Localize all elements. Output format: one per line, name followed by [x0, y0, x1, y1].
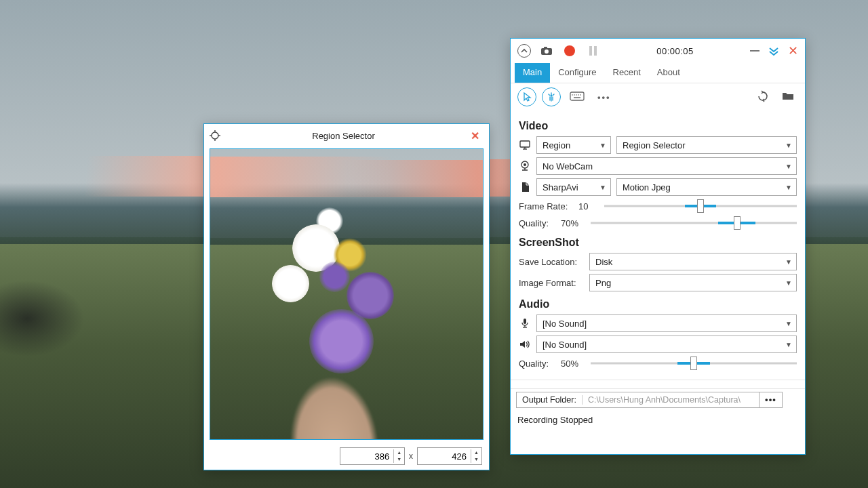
- capture-target-select[interactable]: Region Selector▼: [616, 136, 797, 154]
- save-location-label: Save Location:: [519, 257, 584, 267]
- output-folder-path: C:\Users\Hung Anh\Documents\Captura\: [583, 395, 759, 405]
- region-selector-window[interactable]: Region Selector ✕ ▲▼ x ▲▼: [203, 123, 490, 470]
- video-quality-value: 70%: [561, 218, 585, 228]
- frame-rate-slider[interactable]: [604, 199, 797, 213]
- capture-mode-select[interactable]: Region▼: [536, 136, 611, 154]
- status-bar: Recording Stopped: [511, 410, 805, 429]
- video-heading: Video: [519, 120, 797, 132]
- speaker-value: [No Sound]: [542, 340, 587, 350]
- video-quality-label: Quality:: [519, 218, 555, 228]
- save-location-value: Disk: [595, 257, 612, 267]
- tab-recent[interactable]: Recent: [605, 63, 649, 83]
- chevron-down-icon: ▼: [785, 163, 792, 170]
- camera-icon[interactable]: [539, 43, 554, 58]
- close-icon[interactable]: ✕: [788, 43, 798, 58]
- output-folder-label: Output Folder:: [517, 395, 583, 405]
- region-height-stepper[interactable]: ▲▼: [417, 447, 482, 465]
- monitor-icon: [519, 140, 531, 150]
- tab-configure[interactable]: Configure: [550, 63, 604, 83]
- video-quality-slider[interactable]: [591, 216, 797, 230]
- encoder-select[interactable]: SharpAvi▼: [536, 178, 611, 196]
- dimension-separator: x: [409, 451, 413, 461]
- chevron-down-icon[interactable]: ▼: [471, 456, 481, 463]
- crosshair-icon[interactable]: [210, 130, 220, 141]
- more-icon[interactable]: •••: [593, 89, 615, 105]
- chevron-down-icon: ▼: [785, 341, 792, 348]
- chevron-down-icon: ▼: [785, 320, 792, 327]
- region-selector-footer: ▲▼ x ▲▼: [204, 443, 489, 470]
- output-footer: Output Folder: C:\Users\Hung Anh\Documen…: [511, 388, 805, 410]
- captura-titlebar[interactable]: 00:00:05 ✕: [511, 39, 805, 63]
- audio-heading: Audio: [519, 298, 797, 310]
- click-icon[interactable]: [542, 87, 561, 106]
- audio-quality-label: Quality:: [519, 359, 555, 369]
- toolbar: •••: [511, 83, 805, 110]
- tab-bar: Main Configure Recent About: [511, 63, 805, 83]
- browse-button[interactable]: •••: [760, 392, 783, 408]
- microphone-icon: [519, 318, 531, 329]
- chevron-up-icon[interactable]: ▲: [394, 449, 404, 456]
- frame-rate-value: 10: [578, 201, 599, 211]
- chevron-down-icon[interactable]: ▼: [394, 456, 404, 463]
- close-icon[interactable]: ✕: [467, 127, 484, 145]
- svg-point-19: [524, 163, 526, 166]
- chevron-down-icon: ▼: [785, 184, 792, 191]
- keyboard-icon[interactable]: [566, 89, 588, 105]
- region-width-input[interactable]: [340, 451, 393, 462]
- refresh-icon[interactable]: [753, 88, 772, 106]
- svg-rect-15: [520, 141, 530, 147]
- webcam-value: No WebCam: [542, 161, 593, 171]
- file-icon: [519, 182, 531, 192]
- svg-point-7: [545, 49, 549, 54]
- frame-rate-label: Frame Rate:: [519, 201, 573, 211]
- region-selector-titlebar[interactable]: Region Selector ✕: [204, 124, 489, 147]
- image-format-value: Png: [595, 278, 611, 288]
- recording-timer: 00:00:05: [608, 46, 742, 56]
- svg-rect-22: [524, 319, 526, 324]
- speaker-icon: [519, 340, 531, 349]
- capture-target-value: Region Selector: [623, 140, 686, 150]
- audio-quality-slider[interactable]: [591, 357, 797, 370]
- record-button[interactable]: [562, 43, 577, 58]
- pause-button[interactable]: [585, 43, 600, 58]
- audio-quality-value: 50%: [561, 359, 585, 369]
- region-selector-title: Region Selector: [220, 131, 467, 141]
- output-folder-field[interactable]: Output Folder: C:\Users\Hung Anh\Documen…: [516, 392, 760, 408]
- image-format-label: Image Format:: [519, 278, 584, 288]
- chevron-down-icon: ▼: [599, 184, 606, 191]
- region-height-input[interactable]: [418, 451, 471, 462]
- chevron-down-icon: ▼: [785, 142, 792, 149]
- svg-rect-6: [544, 47, 547, 49]
- chevron-down-icon: ▼: [599, 142, 606, 149]
- screenshot-heading: ScreenShot: [519, 237, 797, 249]
- codec-select[interactable]: Motion Jpeg▼: [616, 178, 797, 196]
- region-width-stepper[interactable]: ▲▼: [340, 447, 405, 465]
- microphone-select[interactable]: [No Sound]▼: [536, 314, 797, 332]
- folder-icon[interactable]: [778, 89, 798, 106]
- collapse-icon[interactable]: [517, 44, 531, 58]
- microphone-value: [No Sound]: [542, 319, 587, 329]
- cursor-icon[interactable]: [517, 87, 536, 106]
- save-location-select[interactable]: Disk▼: [589, 253, 797, 270]
- encoder-value: SharpAvi: [542, 182, 578, 192]
- webcam-icon: [519, 161, 531, 171]
- capture-mode-value: Region: [542, 140, 570, 150]
- expand-down-icon[interactable]: [769, 46, 778, 56]
- chevron-down-icon: ▼: [785, 258, 792, 266]
- tab-main[interactable]: Main: [515, 63, 550, 83]
- webcam-select[interactable]: No WebCam▼: [536, 157, 797, 175]
- svg-point-0: [212, 132, 218, 139]
- image-format-select[interactable]: Png▼: [589, 274, 797, 291]
- region-capture-preview[interactable]: [210, 148, 484, 440]
- svg-rect-8: [570, 92, 584, 100]
- codec-value: Motion Jpeg: [623, 182, 671, 192]
- chevron-down-icon: ▼: [785, 279, 792, 287]
- main-panel: Video Region▼ Region Selector▼ No WebCam…: [511, 110, 805, 388]
- chevron-up-icon[interactable]: ▲: [471, 449, 481, 456]
- captura-window[interactable]: 00:00:05 ✕ Main Configure Recent About •…: [510, 38, 806, 455]
- minimize-icon[interactable]: [750, 50, 760, 52]
- speaker-select[interactable]: [No Sound]▼: [536, 336, 797, 353]
- tab-about[interactable]: About: [649, 63, 688, 83]
- divider: [511, 380, 805, 380]
